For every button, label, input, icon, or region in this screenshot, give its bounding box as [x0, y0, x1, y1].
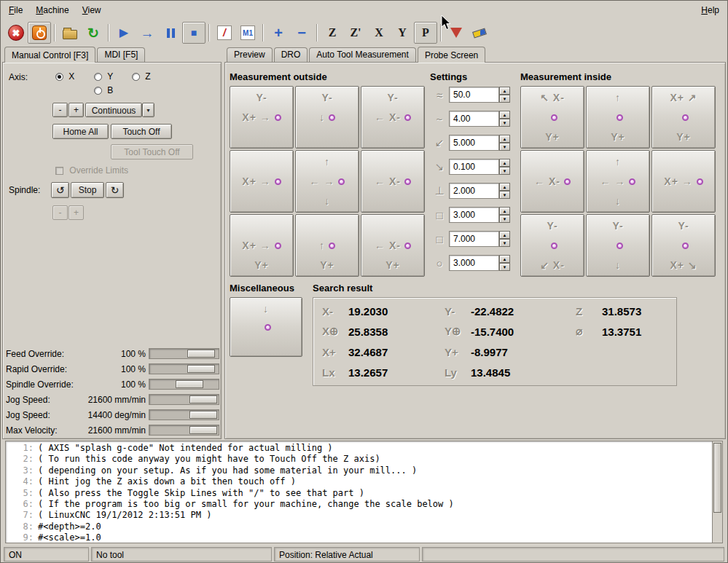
spin-down-button[interactable] [499, 191, 510, 199]
probe-inside-xm-yp-button[interactable]: ↖ X- Y+ [520, 86, 584, 149]
probe-inside-xp-button[interactable]: X+ → [651, 150, 716, 213]
setting-spinbox[interactable]: 7.000 [449, 231, 510, 247]
tab-mdi[interactable]: MDI [F5] [97, 47, 145, 62]
axis-b-radio[interactable] [94, 87, 102, 95]
tool-touch-off-button[interactable]: Tool Touch Off [111, 144, 193, 160]
spin-down-button[interactable] [499, 143, 510, 151]
pause-button[interactable] [159, 22, 182, 44]
menu-view[interactable]: View [76, 2, 108, 18]
setting-value[interactable]: 3.000 [449, 255, 499, 271]
spin-up-button[interactable] [499, 255, 510, 263]
spin-down-button[interactable] [499, 239, 510, 247]
slider-handle[interactable] [189, 411, 217, 419]
axis-z-radio[interactable] [132, 73, 140, 81]
jog-plus-button[interactable]: + [69, 103, 84, 117]
setting-spinbox[interactable]: 2.000 [449, 183, 510, 199]
slider-handle[interactable] [189, 395, 217, 403]
setting-value[interactable]: 4.00 [449, 111, 499, 127]
slider-track[interactable] [149, 409, 219, 420]
tab-probe-screen[interactable]: Probe Screen [418, 47, 485, 63]
menu-file[interactable]: File [2, 2, 29, 18]
setting-value[interactable]: 7.000 [449, 231, 499, 247]
zoom-out-button[interactable]: − [290, 22, 313, 44]
slider-handle[interactable] [187, 365, 215, 373]
spindle-stop-button[interactable]: Stop [71, 182, 104, 198]
open-file-button[interactable] [58, 22, 82, 44]
probe-outside-xm-button[interactable]: ← X- [361, 150, 425, 213]
view-x-button[interactable]: X [367, 22, 391, 44]
gcode-scrollbar[interactable] [712, 441, 722, 543]
setting-value[interactable]: 5.000 [449, 135, 499, 151]
setting-spinbox[interactable]: 3.000 [449, 255, 510, 271]
setting-spinbox[interactable]: 5.000 [449, 135, 510, 151]
probe-outside-center-button[interactable]: ↑ ← → ↓ [295, 150, 359, 213]
probe-inside-xm-button[interactable]: ← X- [520, 150, 584, 213]
probe-outside-xp-ym-button[interactable]: Y- X+ → [230, 86, 294, 149]
slider-handle[interactable] [187, 350, 215, 358]
tab-auto-tool-measurement[interactable]: Auto Tool Measurement [309, 47, 416, 62]
gcode-scrollbar-thumb[interactable] [713, 443, 721, 513]
axis-y-radio[interactable] [94, 73, 102, 81]
spindle-plus-button[interactable]: + [69, 205, 84, 220]
probe-inside-ym-button[interactable]: Y- ↓ [586, 214, 650, 277]
spin-up-button[interactable] [499, 159, 510, 167]
spindle-ccw-button[interactable]: ↺ [51, 182, 69, 198]
spin-up-button[interactable] [499, 231, 510, 239]
spin-down-button[interactable] [499, 263, 510, 271]
axis-x-radio[interactable] [55, 73, 63, 81]
tab-preview[interactable]: Preview [227, 47, 273, 62]
tab-dro[interactable]: DRO [274, 47, 308, 62]
slider-track[interactable] [149, 363, 219, 374]
view-z-button[interactable]: Z [321, 22, 344, 44]
probe-outside-xp-button[interactable]: X+ → [230, 150, 294, 213]
rotate-view-button[interactable] [445, 22, 468, 44]
override-limits-checkbox[interactable] [55, 167, 63, 175]
spin-down-button[interactable] [499, 119, 510, 127]
menu-machine[interactable]: Machine [29, 2, 75, 18]
run-button[interactable]: ▶ [112, 22, 136, 44]
reload-button[interactable]: ↻ [82, 22, 105, 44]
probe-inside-xm-ym-button[interactable]: Y- ↙ X- [520, 214, 584, 277]
probe-outside-yp-button[interactable]: ↑ Y+ [295, 214, 359, 277]
probe-inside-xp-ym-button[interactable]: Y- X+ ↘ [651, 214, 716, 277]
zoom-in-button[interactable]: + [267, 22, 290, 44]
step-button[interactable]: → [136, 22, 159, 44]
slider-handle[interactable] [176, 380, 203, 388]
view-z-rotated-button[interactable]: Z' [344, 22, 367, 44]
toggle-skip-lines-button[interactable]: / [213, 22, 236, 44]
probe-inside-yp-button[interactable]: ↑ Y+ [586, 86, 650, 149]
menu-help[interactable]: Help [694, 2, 726, 18]
probe-inside-xp-yp-button[interactable]: X+ ↗ Y+ [651, 86, 716, 149]
machine-power-button[interactable] [28, 22, 51, 44]
spin-down-button[interactable] [499, 95, 510, 103]
setting-value[interactable]: 0.100 [449, 159, 499, 175]
home-all-button[interactable]: Home All [52, 124, 109, 139]
slider-track[interactable] [149, 425, 219, 436]
probe-outside-xm-ym-button[interactable]: Y- ← X- [361, 86, 425, 149]
slider-track[interactable] [149, 379, 219, 390]
estop-button[interactable]: ✖ [4, 22, 28, 44]
spindle-cw-button[interactable]: ↻ [106, 182, 124, 198]
spin-down-button[interactable] [499, 167, 510, 175]
spin-up-button[interactable] [499, 183, 510, 191]
spindle-minus-button[interactable]: - [52, 205, 68, 220]
view-y-button[interactable]: Y [391, 22, 414, 44]
spin-up-button[interactable] [499, 135, 510, 143]
view-perspective-button[interactable]: P [414, 22, 437, 44]
setting-value[interactable]: 3.000 [449, 207, 499, 223]
probe-outside-xp-yp-button[interactable]: X+ → Y+ [230, 214, 294, 277]
probe-outside-ym-button[interactable]: Y- ↓ [295, 86, 359, 149]
setting-spinbox[interactable]: 0.100 [449, 159, 510, 175]
optional-stop-button[interactable]: M1 [236, 22, 259, 44]
chevron-down-icon[interactable] [142, 103, 154, 117]
setting-spinbox[interactable]: 4.00 [449, 111, 510, 127]
probe-outside-xm-yp-button[interactable]: ← X- Y+ [361, 214, 425, 277]
spin-up-button[interactable] [499, 87, 510, 95]
tab-manual-control[interactable]: Manual Control [F3] [4, 47, 95, 63]
jog-minus-button[interactable]: - [52, 103, 68, 117]
setting-value[interactable]: 2.000 [449, 183, 499, 199]
stop-button[interactable]: ■ [182, 22, 206, 44]
slider-handle[interactable] [189, 426, 217, 434]
probe-down-button[interactable]: ↓ [230, 297, 302, 357]
jog-mode-select[interactable]: Continuous [85, 103, 154, 117]
